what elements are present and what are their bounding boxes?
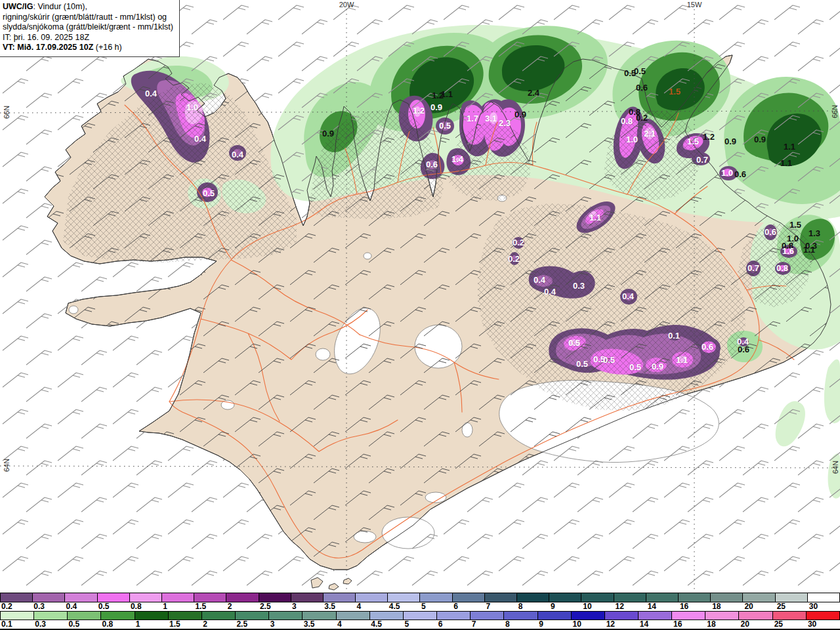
sleet-colorbar-tick-label: 4	[356, 602, 388, 611]
sleet-colorbar-cell	[226, 593, 259, 602]
rain-colorbar-cell	[504, 612, 537, 620]
sleet-colorbar-tick-label: 16	[679, 602, 711, 611]
title-line-product: UWC/IG: Vindur (10m),	[3, 2, 173, 12]
rain-colorbar-cell	[169, 612, 202, 620]
sleet-colorbar-tick-label: 0.3	[32, 602, 64, 611]
sleet-colorbar-tick-label: 18	[711, 602, 743, 611]
sleet-colorbar-cell	[324, 593, 356, 602]
sleet-colorbar-tick-label: 0.5	[97, 602, 129, 611]
rain-colorbar-tick-label: 5	[403, 620, 436, 629]
sleet-colorbar-tick-label: 7	[485, 602, 517, 611]
rain-colorbar-tick-label: 8	[504, 620, 537, 629]
rain-colorbar-cell	[471, 612, 504, 620]
rain-colorbar-tick-label: 25	[773, 620, 807, 629]
rain-colorbar-cell	[303, 612, 336, 620]
rain-colorbar-cell	[68, 612, 101, 620]
product-subtitle: : Vindur (10m),	[33, 2, 87, 11]
sleet-colorbar-tick-label: 25	[776, 602, 808, 611]
sleet-colorbar-tick-label: 1	[161, 602, 194, 611]
rain-colorbar-tick-label: 7	[471, 620, 504, 629]
rain-colorbar-tick-label: 10	[571, 620, 604, 629]
sleet-colorbar-tick-label: 14	[646, 602, 679, 611]
rain-colorbar-tick-label: 0.3	[33, 620, 67, 629]
sleet-colorbar-cell	[776, 593, 808, 602]
sleet-colorbar-cell	[679, 593, 711, 602]
rain-colorbar-cell	[572, 612, 605, 620]
weather-chart-page: 0.41.00.40.40.50.91.21.11.20.90.51.73.12…	[0, 0, 840, 630]
rain-colorbar-cell	[101, 612, 135, 620]
rain-colorbar-tick-label: 18	[705, 620, 739, 629]
sleet-colorbar-tick-label: 4.5	[388, 602, 420, 611]
weather-map-canvas	[0, 0, 840, 593]
rain-colorbar-tick-label: 0.8	[101, 620, 135, 629]
rain-colorbar-tick-label: 6	[437, 620, 471, 629]
rain-colorbar-cell	[337, 612, 370, 620]
sleet-colorbar-tick-label: 0.2	[0, 602, 32, 611]
sleet-colorbar-cell	[581, 593, 614, 602]
rain-colorbar-cell	[605, 612, 639, 620]
sleet-colorbar-cell	[388, 593, 420, 602]
sleet-colorbar-cell	[291, 593, 324, 602]
sleet-colorbar-tick-label: 5	[420, 602, 452, 611]
sleet-colorbar-cell	[130, 593, 162, 602]
sleet-colorbar-tick-label: 3	[291, 602, 323, 611]
rain-colorbar-cell	[437, 612, 471, 620]
title-line-rain: rigning/skúrir (grænt/blátt/rautt - mm/1…	[3, 12, 173, 23]
rain-colorbar-tick-label: 12	[605, 620, 639, 629]
product-code: UWC/IG	[3, 2, 33, 11]
sleet-colorbar-cell	[356, 593, 388, 602]
sleet-colorbar-tick-label: 9	[549, 602, 581, 611]
rain-colorbar-cell	[1, 612, 34, 620]
sleet-colorbar-cell	[549, 593, 581, 602]
rain-colorbar-cell	[773, 612, 807, 620]
rain-colorbar-cell	[370, 612, 404, 620]
sleet-colorbar-cell	[453, 593, 485, 602]
sleet-colorbar-tick-label: 2	[226, 602, 259, 611]
sleet-colorbar-cell	[1, 593, 33, 602]
sleet-colorbar-cell	[485, 593, 517, 602]
sleet-colorbar-tick-label: 6	[452, 602, 484, 611]
sleet-colorbar-tick-label: 8	[517, 602, 549, 611]
sleet-colorbar-tick-label: 20	[743, 602, 775, 611]
sleet-colorbar-tick-label: 30	[808, 602, 840, 611]
valid-time-bold: VT: Mið. 17.09.2025 10Z	[3, 43, 93, 52]
sleet-colorbar-tick-label: 10	[581, 602, 614, 611]
wind-barbs	[0, 0, 840, 593]
map-area	[0, 0, 840, 593]
rain-colorbar-cell	[404, 612, 437, 620]
rain-colorbar	[0, 611, 840, 620]
rain-colorbar-cell	[236, 612, 269, 620]
sleet-colorbar-tick-label: 0.4	[64, 602, 96, 611]
title-box: UWC/IG: Vindur (10m), rigning/skúrir (gr…	[0, 0, 180, 57]
rain-colorbar-tick-label: 1.5	[168, 620, 201, 629]
rain-colorbar-cell	[538, 612, 572, 620]
sleet-colorbar-tick-label: 0.8	[129, 602, 161, 611]
rain-colorbar-tick-label: 3.5	[303, 620, 336, 629]
sleet-colorbar-tick-label: 12	[614, 602, 646, 611]
sleet-colorbar-cell	[646, 593, 679, 602]
sleet-colorbar-cell	[98, 593, 130, 602]
sleet-colorbar-cell	[162, 593, 194, 602]
rain-colorbar-tick-label: 20	[739, 620, 772, 629]
sleet-colorbar-cell	[259, 593, 291, 602]
sleet-colorbar-cell	[33, 593, 65, 602]
wind-barbs-land	[0, 0, 840, 593]
rain-colorbar-cell	[202, 612, 236, 620]
rain-colorbar-tick-label: 0.5	[67, 620, 100, 629]
rain-colorbar-tick-label: 14	[639, 620, 672, 629]
title-line-sleet: slydda/snjókoma (grátt/bleikt/grænt - mm…	[3, 22, 173, 33]
rain-colorbar-tick-label: 2	[201, 620, 235, 629]
rain-colorbar-tick-label: 3	[269, 620, 303, 629]
valid-time: VT: Mið. 17.09.2025 10Z (+16 h)	[3, 43, 173, 53]
rain-colorbar-cell	[639, 612, 672, 620]
sleet-colorbar-cell	[808, 593, 839, 602]
rain-colorbar-cell	[705, 612, 739, 620]
rain-colorbar-tick-label: 0.1	[0, 620, 33, 629]
colorbar-legend: 0.20.30.40.50.811.522.533.544.5567891012…	[0, 593, 840, 630]
sleet-colorbar	[0, 593, 840, 602]
rain-colorbar-labels: 0.10.30.50.811.522.533.544.5567891012141…	[0, 620, 840, 629]
sleet-colorbar-cell	[614, 593, 646, 602]
rain-colorbar-tick-label: 4	[336, 620, 369, 629]
rain-colorbar-tick-label: 16	[672, 620, 705, 629]
rain-colorbar-cell	[807, 612, 839, 620]
